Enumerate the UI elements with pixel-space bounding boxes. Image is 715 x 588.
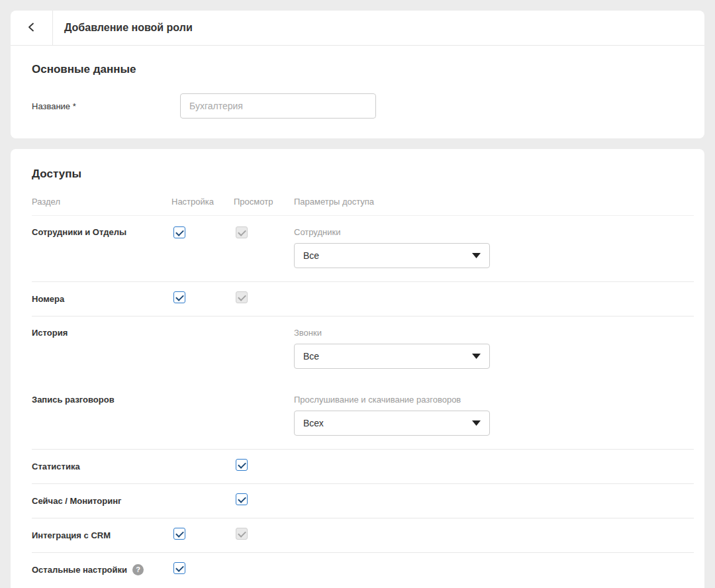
access-row-statistics: Статистика <box>32 450 694 484</box>
calls-access-select[interactable]: Все <box>294 344 490 369</box>
configure-checkbox[interactable] <box>173 291 185 303</box>
name-form-row: Название * <box>32 93 683 119</box>
basic-data-card: Добавление новой роли Основные данные На… <box>11 11 704 138</box>
access-row-employees: Сотрудники и Отделы Сотрудники Все <box>32 216 694 282</box>
access-row-recordings: Запись разговоров Прослушивание и скачив… <box>32 394 694 449</box>
select-value: Всех <box>303 418 324 428</box>
page: Добавление новой роли Основные данные На… <box>0 0 715 588</box>
row-label: Статистика <box>32 461 171 471</box>
access-section-title: Доступы <box>32 168 694 181</box>
column-header-section: Раздел <box>32 197 171 207</box>
configure-checkbox[interactable] <box>173 562 185 574</box>
view-checkbox[interactable] <box>236 459 248 471</box>
access-table-header: Раздел Настройка Просмотр Параметры дост… <box>32 181 694 216</box>
select-value: Все <box>303 250 319 261</box>
name-label: Название * <box>32 101 180 111</box>
access-row-monitoring: Сейчас / Мониторинг <box>32 484 694 518</box>
access-row-numbers: Номера <box>32 282 694 317</box>
caret-down-icon <box>472 253 481 258</box>
param-label: Звонки <box>294 327 694 338</box>
column-header-params: Параметры доступа <box>294 197 694 207</box>
configure-checkbox[interactable] <box>173 226 185 238</box>
row-label: История <box>32 327 171 338</box>
recordings-access-select[interactable]: Всех <box>294 411 490 436</box>
view-checkbox <box>236 291 248 303</box>
row-label: Интеграция с CRM <box>32 530 171 540</box>
chevron-left-icon <box>26 21 38 35</box>
row-label: Номера <box>32 293 171 304</box>
access-group-history: История Звонки Все Запись разговоров Про… <box>32 317 694 450</box>
configure-checkbox[interactable] <box>173 528 185 540</box>
employees-access-select[interactable]: Все <box>294 243 490 268</box>
back-button[interactable] <box>11 11 53 45</box>
basic-section-title: Основные данные <box>32 63 683 76</box>
row-label: Сотрудники и Отделы <box>32 226 171 237</box>
column-header-configure: Настройка <box>171 197 234 207</box>
caret-down-icon <box>472 354 481 359</box>
basic-data-section: Основные данные Название * <box>11 46 704 138</box>
access-card: Доступы Раздел Настройка Просмотр Параме… <box>11 149 704 588</box>
param-cell: Звонки Все <box>294 327 694 369</box>
caret-down-icon <box>472 420 481 426</box>
param-label: Прослушивание и скачивание разговоров <box>294 394 694 405</box>
column-header-view: Просмотр <box>234 197 294 207</box>
page-header: Добавление новой роли <box>11 11 704 46</box>
row-label: Сейчас / Мониторинг <box>32 495 171 506</box>
param-cell: Прослушивание и скачивание разговоров Вс… <box>294 394 694 436</box>
param-cell: Сотрудники Все <box>294 226 694 268</box>
access-row-crm: Интеграция с CRM <box>32 518 694 553</box>
param-label: Сотрудники <box>294 226 694 237</box>
view-checkbox[interactable] <box>236 493 248 505</box>
row-label: Запись разговоров <box>32 394 171 436</box>
row-label: Остальные настройки <box>32 564 127 575</box>
select-value: Все <box>303 351 319 362</box>
help-icon[interactable]: ? <box>132 564 144 575</box>
access-row-other-settings: Остальные настройки ? <box>32 553 694 587</box>
view-checkbox <box>236 528 248 540</box>
view-checkbox <box>236 226 248 238</box>
page-title: Добавление новой роли <box>53 11 193 45</box>
name-input[interactable] <box>180 93 376 119</box>
